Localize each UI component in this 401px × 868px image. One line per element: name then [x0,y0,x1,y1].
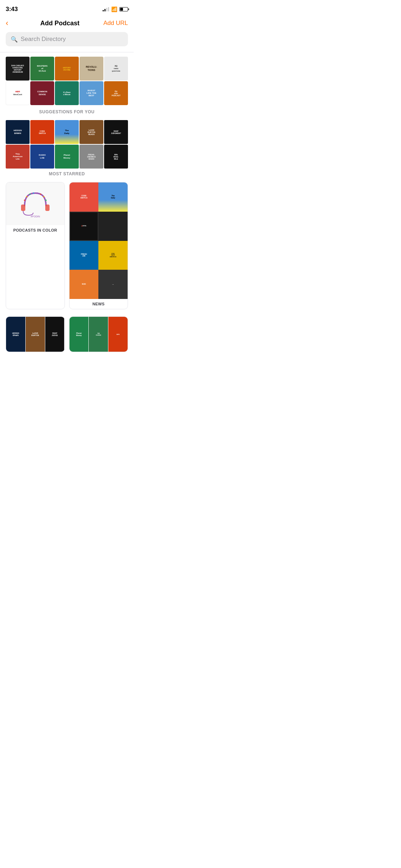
wifi-icon: 📶 [111,6,117,12]
news-thumb-empty [98,212,128,241]
svg-point-7 [40,193,41,195]
search-container: 🔍 Search Directory [0,32,134,52]
podcast-thumb-its-been-a-minute[interactable]: It's Beena Minute [55,81,79,105]
news-thumb-fresh-air: FRESHAIR [70,241,99,270]
svg-point-8 [43,196,45,197]
mosaic-freakonomics[interactable]: FREAK-ONOMICSRADIO [79,145,103,169]
divider [0,52,134,52]
news-thumb-nod: NOD [70,270,99,299]
status-icons: 📶 [103,6,128,12]
status-time: 3:43 [6,6,18,13]
svg-point-4 [29,193,31,195]
podcast-thumb-history-on-fire[interactable]: HISTORYON FIRE [55,57,79,81]
mosaic-code-switch[interactable]: CODESWITCH [30,120,54,144]
mosaic-planet-money[interactable]: PlanetMoney [55,145,79,169]
back-button[interactable]: ‹ [6,19,16,28]
podcast-thumb-invest-like-the-best[interactable]: INVESTLIKE THEBEST [79,81,103,105]
header: ‹ Add Podcast Add URL [0,16,134,32]
category-section: #PODIN PODCASTS IN COLOR CODESWITCH TheD… [6,182,128,309]
news-thumb-the-daily: TheDaily [98,182,128,212]
svg-text:#PODIN: #PODIN [31,215,40,218]
mosaic-99-invisible[interactable]: 99%INVIS-IBLE [104,145,128,169]
suggestions-grid: HIDDENBR⊗IN CODESWITCH TheDaily LeVARBUR… [6,120,128,169]
category-label-news: NEWS [70,299,128,309]
mosaic-this-american-life[interactable]: ThisAmericanLife [6,145,30,169]
status-bar: 3:43 📶 [0,0,134,16]
suggestions-label: SUGGESTIONS FOR YOU [0,109,134,114]
podcast-thumb-revolutions[interactable]: REVOLU-TIONS [79,57,103,81]
headphones-icon: #PODIN [17,190,53,218]
most-starred-label: MOST STARRED [0,171,134,176]
category-label-podcasts-in-color: PODCASTS IN COLOR [6,225,65,235]
podcast-thumb-hardcore-history[interactable]: DAN CARLIN'SHARDCOREHISTORYADDENDUM [6,57,30,81]
svg-rect-1 [45,205,50,211]
news-thumb-serial: SSERIAL [70,212,99,241]
svg-point-6 [36,192,38,194]
mosaic-hidden-brain[interactable]: HIDDENBR⊗IN [6,120,30,144]
news-thumb-pod-save-america: PODSAVEAMERICA [98,241,128,270]
mosaic-radiolab[interactable]: RADIOLAB [30,145,54,169]
search-icon: 🔍 [11,36,18,43]
podcast-thumb-masters-of-scale[interactable]: MASTERSofSCALE [30,57,54,81]
news-thumb-code-switch: CODESWITCH [70,182,99,212]
podcast-thumb-a16z[interactable]: thea16zPODCAST [104,81,128,105]
search-input[interactable]: Search Directory [21,36,66,43]
bottom-preview: HIDDENBR⊗IN LeVARBURTON SNAPJUDGE Planet… [6,316,128,352]
signal-icon [103,7,109,11]
news-thumb-misc: ... [98,270,128,299]
mosaic-the-daily[interactable]: TheDaily [55,120,79,144]
podcast-thumb-common-sense[interactable]: COMMONSENSE [30,81,54,105]
svg-point-3 [26,196,27,197]
category-card-news[interactable]: CODESWITCH TheDaily SSERIAL FRESHAIR POD… [69,182,128,309]
bottom-preview-hidden-brain[interactable]: HIDDENBR⊗IN LeVARBURTON SNAPJUDGE [6,316,65,352]
podcast-thumb-30-questions[interactable]: 3QTHREEQUESTIONS [104,57,128,81]
category-card-podcasts-in-color[interactable]: #PODIN PODCASTS IN COLOR [6,182,65,309]
svg-point-5 [33,192,34,194]
top-podcast-grid: DAN CARLIN'SHARDCOREHISTORYADDENDUM MAST… [6,57,128,105]
mosaic-levar-burton[interactable]: LeVARBURTONREADS [79,120,103,144]
svg-point-2 [24,200,25,201]
add-url-button[interactable]: Add URL [103,20,128,27]
podcast-thumb-hbr-ideacast[interactable]: HBRIdeaCast [6,81,30,105]
search-bar[interactable]: 🔍 Search Directory [6,32,128,46]
bottom-preview-planet-money[interactable]: PlanetMoney TIMFERRIS NPR [69,316,128,352]
svg-point-9 [45,200,47,201]
svg-rect-0 [21,205,25,211]
battery-icon [119,7,128,11]
mosaic-snap-judgment[interactable]: SNAPJUDGMENT [104,120,128,144]
news-card-images: CODESWITCH TheDaily SSERIAL FRESHAIR POD… [70,182,128,299]
page-title: Add Podcast [40,20,79,27]
